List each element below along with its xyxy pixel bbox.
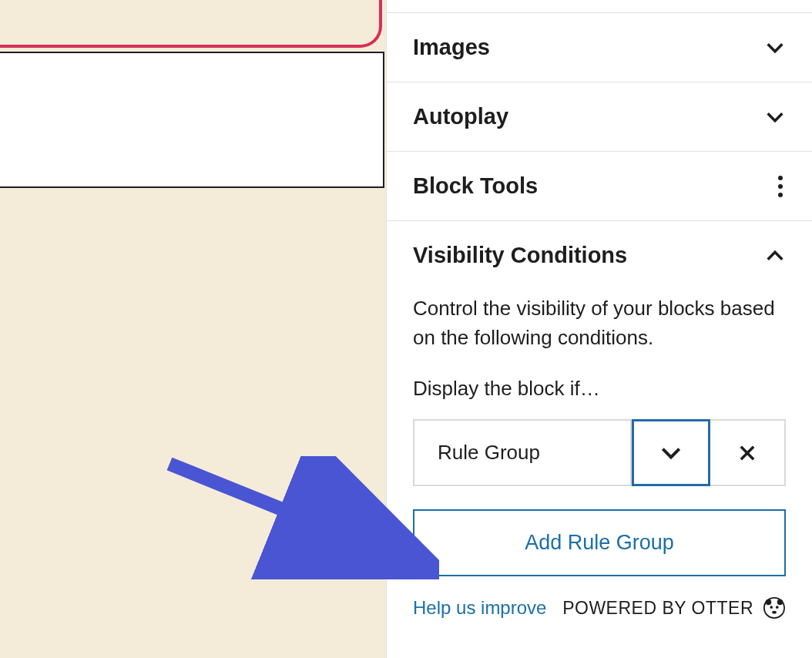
svg-line-0 xyxy=(169,464,408,560)
powered-by-label: POWERED BY OTTER xyxy=(562,596,786,619)
block-placeholder[interactable] xyxy=(0,52,384,188)
more-vertical-icon[interactable] xyxy=(778,176,786,197)
chevron-down-icon xyxy=(764,106,786,128)
rule-group-row: Rule Group xyxy=(413,419,786,486)
panel-footer: Help us improve POWERED BY OTTER xyxy=(413,596,786,619)
panel-images[interactable]: Images xyxy=(387,12,812,82)
otter-icon xyxy=(763,596,786,619)
rule-group-select[interactable]: Rule Group xyxy=(413,419,632,486)
panel-block-tools[interactable]: Block Tools xyxy=(387,152,812,221)
panel-title: Autoplay xyxy=(413,104,508,129)
panel-autoplay[interactable]: Autoplay xyxy=(387,82,812,152)
chevron-down-icon xyxy=(659,441,683,465)
rule-group-expand-button[interactable] xyxy=(632,419,710,486)
chevron-down-icon xyxy=(764,37,786,59)
selected-block-outline[interactable] xyxy=(0,0,382,48)
panel-visibility-conditions: Visibility Conditions Control the visibi… xyxy=(387,221,812,635)
panel-title: Images xyxy=(413,35,490,60)
editor-canvas xyxy=(0,0,386,658)
svg-point-5 xyxy=(776,606,779,609)
display-if-label: Display the block if… xyxy=(413,377,786,401)
svg-point-2 xyxy=(766,599,772,606)
help-us-improve-link[interactable]: Help us improve xyxy=(413,597,546,619)
panel-title: Visibility Conditions xyxy=(413,243,627,268)
close-icon xyxy=(737,442,758,464)
svg-point-4 xyxy=(770,606,773,609)
panel-header[interactable]: Visibility Conditions xyxy=(413,243,786,268)
add-rule-group-button[interactable]: Add Rule Group xyxy=(413,509,786,576)
svg-point-3 xyxy=(777,599,783,606)
panel-title: Block Tools xyxy=(413,173,538,199)
panel-description: Control the visibility of your blocks ba… xyxy=(413,294,786,352)
chevron-up-icon xyxy=(764,245,786,267)
settings-sidebar: Images Autoplay Block Tools Visibility C… xyxy=(386,0,812,658)
rule-group-remove-button[interactable] xyxy=(710,419,786,486)
svg-point-6 xyxy=(772,611,777,614)
powered-by-text: POWERED BY OTTER xyxy=(562,598,753,619)
